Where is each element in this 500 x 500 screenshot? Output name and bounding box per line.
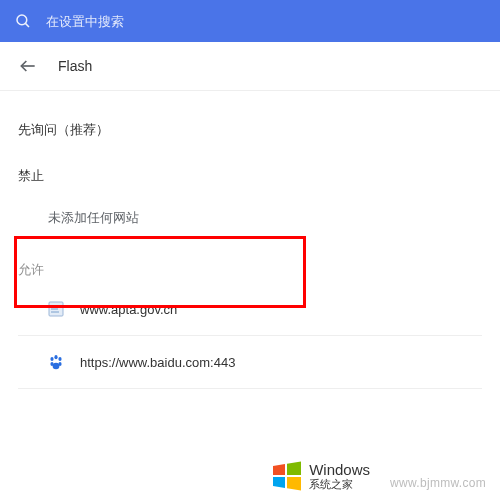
settings-search-input[interactable]: [46, 14, 486, 29]
svg-line-1: [25, 23, 29, 27]
allowed-site-row[interactable]: https://www.baidu.com:443: [18, 340, 482, 384]
baidu-icon: [48, 354, 64, 370]
svg-point-8: [54, 355, 57, 359]
svg-point-11: [50, 362, 53, 366]
ask-first-label: 先询问（推荐）: [18, 122, 109, 137]
blocked-section-label: 禁止: [18, 145, 482, 193]
site-url: https://www.baidu.com:443: [80, 355, 235, 370]
content-area: 先询问（推荐） 禁止 未添加任何网站 允许 www.apta.gov.cn ht…: [0, 91, 500, 389]
blocked-empty-text: 未添加任何网站: [18, 193, 482, 239]
site-url: www.apta.gov.cn: [80, 302, 177, 317]
svg-point-7: [50, 357, 53, 361]
svg-point-0: [17, 15, 27, 25]
title-row: Flash: [0, 42, 500, 91]
allowed-site-row[interactable]: www.apta.gov.cn: [18, 287, 482, 331]
windows-logo-area: Windows 系统之家: [271, 460, 370, 492]
watermark-url: www.bjmmw.com: [390, 476, 486, 490]
divider: [18, 388, 482, 389]
back-arrow-icon[interactable]: [18, 56, 38, 76]
allowed-section-label: 允许: [18, 239, 482, 287]
ask-first-setting[interactable]: 先询问（推荐）: [18, 99, 482, 145]
svg-point-9: [58, 357, 61, 361]
divider: [18, 335, 482, 336]
svg-point-12: [58, 362, 61, 366]
svg-point-10: [53, 363, 60, 369]
page-icon: [48, 301, 64, 317]
windows-text: Windows 系统之家: [309, 462, 370, 491]
header-search-bar: [0, 0, 500, 42]
windows-text-main: Windows: [309, 462, 370, 479]
windows-logo-icon: [271, 460, 303, 492]
search-icon: [14, 12, 32, 30]
page-title: Flash: [58, 58, 92, 74]
windows-text-sub: 系统之家: [309, 478, 370, 490]
